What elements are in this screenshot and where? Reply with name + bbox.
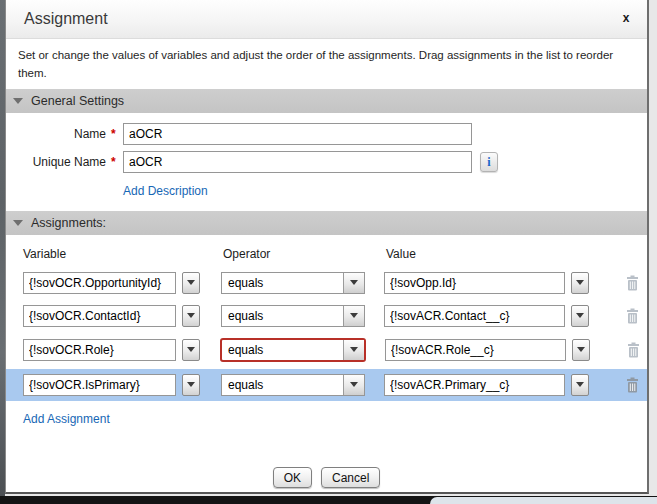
chevron-down-icon xyxy=(343,375,364,395)
operator-select[interactable]: equals xyxy=(221,374,365,396)
chevron-down-icon[interactable] xyxy=(572,339,590,361)
assignment-row-selected: equals xyxy=(6,369,647,401)
general-settings-section-header[interactable]: General Settings xyxy=(6,89,647,113)
ok-button[interactable]: OK xyxy=(273,467,312,488)
chevron-down-icon[interactable] xyxy=(571,305,589,327)
chevron-down-icon xyxy=(343,273,364,293)
variable-input[interactable] xyxy=(23,305,176,327)
column-header-operator: Operator xyxy=(223,247,386,261)
add-assignment-link[interactable]: Add Assignment xyxy=(23,412,110,426)
assignment-row: equals xyxy=(6,305,647,327)
required-marker: * xyxy=(111,127,119,141)
variable-input[interactable] xyxy=(23,272,176,294)
info-icon[interactable]: i xyxy=(480,152,498,172)
operator-value: equals xyxy=(222,340,343,360)
chevron-down-icon xyxy=(343,306,364,326)
chevron-down-icon[interactable] xyxy=(182,305,200,327)
unique-name-input[interactable] xyxy=(123,151,472,173)
general-settings-title: General Settings xyxy=(31,94,124,108)
unique-name-row: Unique Name * i xyxy=(6,151,647,173)
assignments-section-header[interactable]: Assignments: xyxy=(6,211,647,235)
variable-input[interactable] xyxy=(23,374,176,396)
operator-select[interactable]: equals xyxy=(221,305,365,327)
operator-select-error[interactable]: equals xyxy=(220,338,366,362)
required-marker: * xyxy=(111,155,119,169)
value-input[interactable] xyxy=(385,339,566,361)
chevron-down-icon xyxy=(343,340,364,360)
variable-input[interactable] xyxy=(23,339,176,361)
operator-value: equals xyxy=(222,306,343,326)
general-settings-body: Name * Unique Name * i Add Description xyxy=(6,113,647,211)
value-input[interactable] xyxy=(384,305,565,327)
name-row: Name * xyxy=(6,123,647,145)
chevron-down-icon[interactable] xyxy=(182,272,200,294)
chevron-down-icon[interactable] xyxy=(571,272,589,294)
assignment-row: equals xyxy=(6,338,647,362)
trash-icon[interactable] xyxy=(625,275,640,291)
operator-select[interactable]: equals xyxy=(221,272,365,294)
cancel-button[interactable]: Cancel xyxy=(321,467,380,488)
assignments-column-headers: Variable Operator Value xyxy=(6,247,647,261)
background-panel-corner xyxy=(430,497,657,504)
chevron-down-icon[interactable] xyxy=(571,374,589,396)
trash-icon[interactable] xyxy=(625,308,640,324)
collapse-triangle-icon xyxy=(13,98,23,104)
trash-icon[interactable] xyxy=(625,377,640,393)
assignment-row: equals xyxy=(6,272,647,294)
close-icon[interactable]: x xyxy=(618,10,634,26)
value-input[interactable] xyxy=(384,272,565,294)
column-header-value: Value xyxy=(386,247,586,261)
operator-value: equals xyxy=(222,375,343,395)
assignment-dialog: Assignment x Set or change the values of… xyxy=(5,0,649,494)
trash-icon[interactable] xyxy=(626,342,641,358)
operator-value: equals xyxy=(222,273,343,293)
unique-name-label: Unique Name xyxy=(6,155,106,169)
chevron-down-icon[interactable] xyxy=(182,339,200,361)
value-input[interactable] xyxy=(384,374,565,396)
dialog-titlebar: Assignment x xyxy=(6,0,647,39)
dialog-footer: OK Cancel xyxy=(6,467,647,488)
name-label: Name xyxy=(6,127,106,141)
chevron-down-icon[interactable] xyxy=(182,374,200,396)
name-input[interactable] xyxy=(123,123,472,145)
assignments-title: Assignments: xyxy=(31,216,106,230)
add-description-link[interactable]: Add Description xyxy=(123,184,208,198)
dialog-title: Assignment xyxy=(6,0,647,38)
collapse-triangle-icon xyxy=(13,220,23,226)
column-header-variable: Variable xyxy=(23,247,223,261)
dialog-description: Set or change the values of variables an… xyxy=(6,39,647,89)
